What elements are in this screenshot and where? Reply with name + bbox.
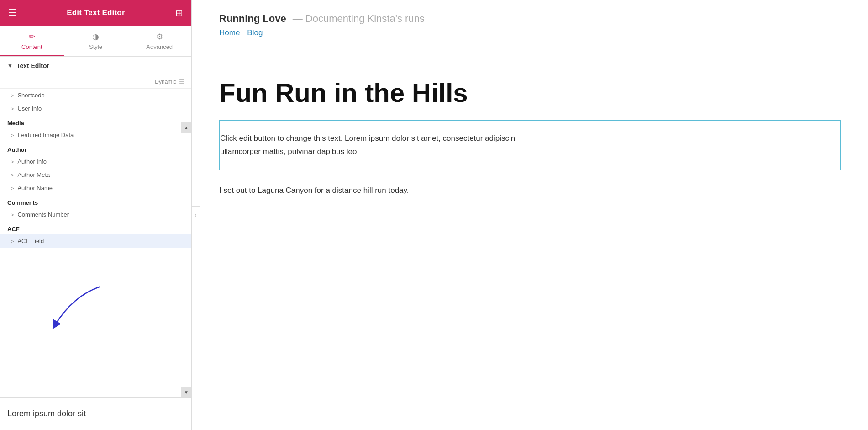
bottom-preview: Lorem ipsum dolor sit <box>0 397 191 430</box>
editor-line1: Click edit button to change this text. L… <box>220 134 515 143</box>
panel-title: Edit Text Editor <box>67 8 125 17</box>
item-arrow-icon: > <box>11 172 14 178</box>
item-arrow-icon: > <box>11 106 14 111</box>
post-title: Fun Run in the Hills <box>219 78 841 107</box>
main-content: Running Love — Documenting Kinsta's runs… <box>192 0 868 430</box>
collapse-panel-button[interactable]: ‹ <box>191 206 200 224</box>
list-item[interactable]: >Author Info <box>0 155 191 168</box>
item-arrow-icon: > <box>11 133 14 138</box>
panel-header: ☰ Edit Text Editor ⊞ <box>0 0 191 26</box>
site-header: Running Love — Documenting Kinsta's runs… <box>219 0 841 45</box>
dropdown-list: >Shortcode>User InfoMedia>Featured Image… <box>0 89 191 397</box>
group-label-comments: Comments <box>0 195 191 208</box>
site-subtitle: — Documenting Kinsta's runs <box>293 13 425 25</box>
dynamic-icon[interactable]: ☰ <box>179 78 185 85</box>
site-nav: Home Blog <box>219 28 841 37</box>
style-tab-label: Style <box>89 43 102 50</box>
group-label-author: Author <box>0 142 191 155</box>
advanced-tab-icon: ⚙ <box>156 32 163 42</box>
nav-home[interactable]: Home <box>219 28 240 37</box>
section-header[interactable]: ▼ Text Editor <box>0 57 191 75</box>
preview-text: Lorem ipsum dolor sit <box>7 409 86 419</box>
section-title: Text Editor <box>16 62 49 69</box>
hamburger-icon[interactable]: ☰ <box>8 7 16 18</box>
list-item[interactable]: >Featured Image Data <box>0 128 191 142</box>
list-item[interactable]: >User Info <box>0 102 191 115</box>
post-divider <box>219 64 251 64</box>
item-arrow-icon: > <box>11 159 14 165</box>
group-label-media: Media <box>0 115 191 128</box>
site-title: Running Love <box>219 13 286 25</box>
item-arrow-icon: > <box>11 186 14 191</box>
list-item[interactable]: >Author Meta <box>0 168 191 181</box>
content-tab-label: Content <box>21 43 42 50</box>
tab-style[interactable]: ◑ Style <box>64 26 128 56</box>
scroll-up-button[interactable]: ▲ <box>181 122 191 133</box>
style-tab-icon: ◑ <box>92 32 99 42</box>
scroll-down-button[interactable]: ▼ <box>181 387 191 397</box>
panel-tabs: ✏ Content ◑ Style ⚙ Advanced <box>0 26 191 57</box>
text-editor-area[interactable]: Click edit button to change this text. L… <box>219 120 841 170</box>
advanced-tab-label: Advanced <box>146 43 173 50</box>
tab-advanced[interactable]: ⚙ Advanced <box>127 26 191 56</box>
item-arrow-icon: > <box>11 239 14 244</box>
item-arrow-icon: > <box>11 93 14 98</box>
text-editor-content: Click edit button to change this text. L… <box>220 132 834 159</box>
list-item[interactable]: >Author Name <box>0 181 191 195</box>
group-label-acf: ACF <box>0 221 191 234</box>
editor-line2: ullamcorper mattis, pulvinar dapibus leo… <box>220 147 359 156</box>
list-item[interactable]: >ACF Field <box>0 234 191 248</box>
dynamic-row: Dynamic ☰ <box>0 75 191 89</box>
content-tab-icon: ✏ <box>29 32 35 42</box>
list-item[interactable]: >Shortcode <box>0 89 191 102</box>
left-panel: ☰ Edit Text Editor ⊞ ✏ Content ◑ Style ⚙… <box>0 0 192 430</box>
post-content: Fun Run in the Hills Click edit button t… <box>219 45 841 197</box>
grid-icon[interactable]: ⊞ <box>175 7 183 18</box>
item-arrow-icon: > <box>11 212 14 218</box>
dynamic-label: Dynamic <box>155 79 176 85</box>
nav-blog[interactable]: Blog <box>247 28 263 37</box>
post-body-text: I set out to Laguna Canyon for a distanc… <box>219 184 841 197</box>
site-title-row: Running Love — Documenting Kinsta's runs <box>219 13 841 25</box>
chevron-icon: ▼ <box>7 63 13 69</box>
tab-content[interactable]: ✏ Content <box>0 26 64 56</box>
list-item[interactable]: >Comments Number <box>0 208 191 221</box>
site-wrapper: Running Love — Documenting Kinsta's runs… <box>192 0 868 430</box>
